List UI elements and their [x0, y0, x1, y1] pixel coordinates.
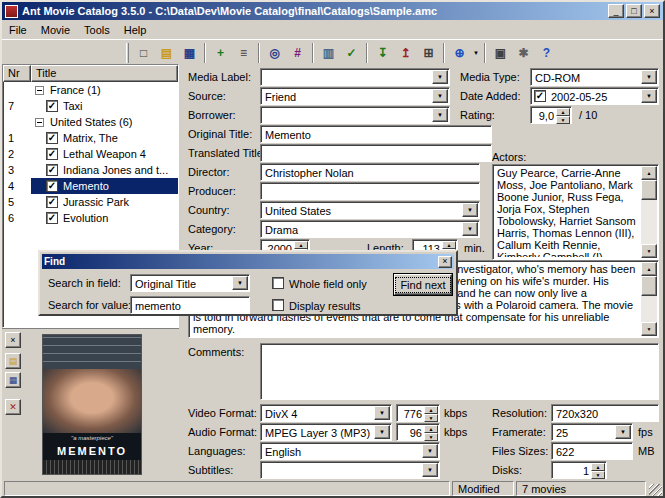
movie-title[interactable]: Jurassic Park [61, 196, 131, 208]
menu-file[interactable]: File [2, 22, 34, 38]
spin-up-icon[interactable] [424, 406, 438, 414]
find-button[interactable]: ◎ [263, 42, 286, 64]
new-catalog-button[interactable]: □ [132, 42, 155, 64]
get-from-internet-button[interactable]: ⊕ [448, 42, 471, 64]
check-movies-button[interactable]: ✓ [340, 42, 363, 64]
find-next-button[interactable]: Find next [394, 274, 452, 295]
display-results-checkbox[interactable] [272, 299, 284, 311]
movie-title[interactable]: Taxi [61, 100, 85, 112]
spin-up-icon[interactable] [424, 425, 438, 433]
save-picture-button[interactable]: ▦ [5, 372, 21, 388]
category-combo[interactable]: Drama [260, 220, 480, 238]
scroll-down-icon[interactable] [641, 244, 657, 258]
director-input[interactable]: Christopher Nolan [260, 163, 480, 181]
group-row[interactable]: France (1) [3, 82, 178, 98]
movie-row[interactable]: 2 Lethal Weapon 4 [3, 146, 178, 162]
dropdown-arrow-icon[interactable] [422, 444, 438, 458]
movie-row[interactable]: 7 Taxi [3, 98, 178, 114]
movie-checkbox[interactable] [46, 132, 58, 144]
movie-checkbox[interactable] [46, 164, 58, 176]
video-bitrate-spinner[interactable]: 776 [396, 404, 440, 422]
collapse-icon[interactable] [35, 86, 44, 95]
scroll-thumb[interactable] [641, 180, 657, 200]
spin-down-icon[interactable] [424, 414, 438, 422]
rating-spinner[interactable]: 9,0 [530, 106, 572, 124]
group-row[interactable]: United States (6) [3, 114, 178, 130]
movie-checkbox[interactable] [46, 212, 58, 224]
translated-title-input[interactable] [260, 144, 492, 162]
menu-help[interactable]: Help [117, 22, 154, 38]
spin-up-icon[interactable] [442, 241, 456, 249]
dropdown-arrow-icon[interactable] [462, 203, 478, 217]
find-dialog-close-button[interactable]: × [438, 256, 452, 268]
column-header-nr[interactable]: Nr [3, 65, 31, 82]
spin-down-icon[interactable] [556, 116, 570, 124]
movie-row[interactable]: 5 Jurassic Park [3, 194, 178, 210]
files-sizes-input[interactable]: 622 [551, 442, 633, 460]
grid-view-button[interactable]: ▥ [317, 42, 340, 64]
whole-field-checkbox[interactable] [272, 277, 284, 289]
dropdown-arrow-icon[interactable] [462, 222, 478, 236]
scroll-up-icon[interactable] [641, 166, 657, 180]
date-checkbox[interactable] [534, 90, 546, 102]
collapse-icon[interactable] [35, 118, 44, 127]
movie-checkbox[interactable] [46, 100, 58, 112]
borrower-combo[interactable] [260, 106, 450, 124]
dropdown-arrow-icon[interactable] [232, 276, 248, 290]
toolbar-grip[interactable] [126, 43, 129, 63]
resize-grip[interactable] [649, 484, 662, 497]
movie-title[interactable]: Lethal Weapon 4 [61, 148, 148, 160]
date-added-picker[interactable]: 2002-05-25 [530, 87, 659, 105]
spin-down-icon[interactable] [424, 433, 438, 441]
search-for-input[interactable]: memento [130, 296, 250, 314]
movie-row-selected[interactable]: 4 Memento [3, 178, 178, 194]
internet-dropdown-icon[interactable]: ▾ [471, 42, 481, 64]
title-bar[interactable]: Ant Movie Catalog 3.5.0 - C:\Data\Dev\Mo… [2, 2, 663, 20]
maximize-button[interactable]: □ [626, 4, 642, 18]
save-catalog-button[interactable]: ▦ [178, 42, 201, 64]
add-movie-button[interactable]: + [209, 42, 232, 64]
display-options-button[interactable]: ▣ [489, 42, 512, 64]
close-button[interactable]: × [644, 4, 660, 18]
dropdown-arrow-icon[interactable] [641, 70, 657, 84]
producer-input[interactable] [260, 182, 480, 200]
movie-properties-button[interactable]: ≡ [232, 42, 255, 64]
spin-down-icon[interactable] [591, 471, 605, 479]
search-in-combo[interactable]: Original Title [130, 274, 250, 292]
scroll-up-icon[interactable] [641, 262, 657, 276]
movie-row[interactable]: 3 Indiana Jones and t... [3, 162, 178, 178]
framerate-combo[interactable]: 25 [551, 423, 633, 441]
movie-row[interactable]: 1 Matrix, The [3, 130, 178, 146]
movie-checkbox[interactable] [46, 148, 58, 160]
original-title-input[interactable]: Memento [260, 125, 492, 143]
country-combo[interactable]: United States [260, 201, 480, 219]
dropdown-arrow-icon[interactable] [432, 70, 448, 84]
movie-checkbox[interactable] [46, 180, 58, 192]
column-header-title[interactable]: Title [31, 65, 178, 82]
media-type-combo[interactable]: CD-ROM [530, 68, 659, 86]
preferences-button[interactable]: ✱ [512, 42, 535, 64]
open-catalog-button[interactable]: ▤ [155, 42, 178, 64]
actors-scrollbar[interactable] [641, 166, 657, 258]
about-button[interactable]: ? [535, 42, 558, 64]
movie-title[interactable]: Indiana Jones and t... [61, 164, 170, 176]
dropdown-arrow-icon[interactable] [374, 425, 390, 439]
disks-spinner[interactable]: 1 [551, 461, 607, 479]
hide-picture-panel-button[interactable]: × [5, 332, 21, 348]
movie-checkbox[interactable] [46, 196, 58, 208]
spin-up-icon[interactable] [591, 463, 605, 471]
audio-format-combo[interactable]: MPEG Layer 3 (MP3) [260, 423, 392, 441]
dropdown-arrow-icon[interactable] [432, 89, 448, 103]
print-button[interactable]: ⊞ [417, 42, 440, 64]
movie-title[interactable]: Evolution [61, 212, 110, 224]
dropdown-arrow-icon[interactable] [615, 425, 631, 439]
load-picture-button[interactable]: ▤ [5, 353, 21, 369]
actors-memo[interactable]: Guy Pearce, Carrie-Anne Moss, Joe Pantol… [492, 164, 659, 260]
delete-picture-button[interactable]: ✕ [5, 399, 21, 415]
import-button[interactable]: ↧ [371, 42, 394, 64]
renumber-button[interactable]: # [286, 42, 309, 64]
comments-memo[interactable] [260, 343, 659, 400]
movie-title[interactable]: Matrix, The [61, 132, 120, 144]
dropdown-arrow-icon[interactable] [641, 89, 657, 103]
scroll-thumb[interactable] [641, 276, 657, 296]
